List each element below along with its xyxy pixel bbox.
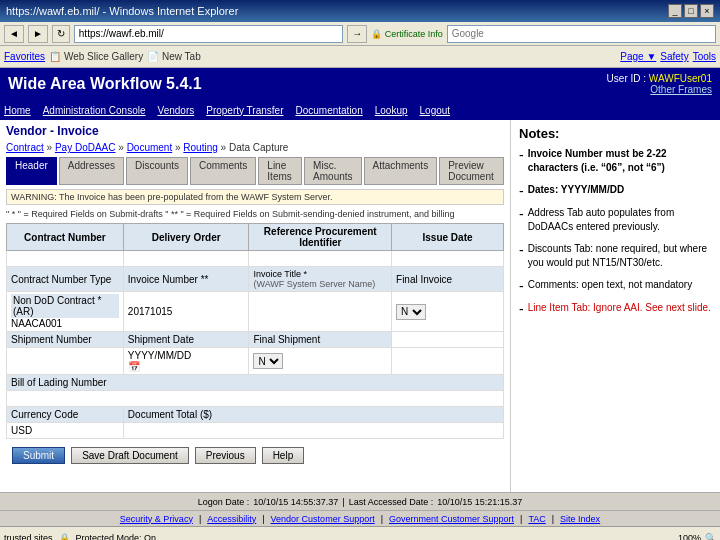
non-dod-value: NAACA001 (11, 318, 62, 329)
breadcrumb: Contract » Pay DoDAAC » Document » Routi… (6, 142, 504, 153)
go-button[interactable]: → (347, 25, 367, 43)
input-contract-number[interactable] (11, 253, 119, 264)
breadcrumb-document[interactable]: Document (127, 142, 173, 153)
table-row-contract (7, 251, 504, 267)
waw-title: Wide Area Workflow 5.4.1 (8, 75, 202, 93)
maximize-button[interactable]: □ (684, 4, 698, 18)
nav-logout[interactable]: Logout (420, 105, 451, 116)
input-invoice-number[interactable] (128, 306, 245, 317)
sep4: | (520, 514, 522, 524)
submit-button[interactable]: Submit (12, 447, 65, 464)
input-invoice-title[interactable] (253, 306, 387, 317)
footer-gov-support[interactable]: Government Customer Support (389, 514, 514, 524)
breadcrumb-paydodaac[interactable]: Pay DoDAAC (55, 142, 116, 153)
cell-invoice-title (249, 292, 392, 332)
table-row-labels: Contract Number Type Invoice Number ** I… (7, 267, 504, 292)
breadcrumb-contract[interactable]: Contract (6, 142, 44, 153)
col-issue-date: Issue Date (392, 224, 504, 251)
safety-menu[interactable]: Safety (660, 51, 688, 62)
tab-discounts[interactable]: Discounts (126, 157, 188, 185)
nav-property[interactable]: Property Transfer (206, 105, 283, 116)
cell-document-total (123, 423, 503, 439)
footer-security[interactable]: Security & Privacy (120, 514, 193, 524)
nav-vendors[interactable]: Vendors (158, 105, 195, 116)
list-item: - Invoice Number must be 2-22 characters… (519, 147, 712, 175)
save-draft-button[interactable]: Save Draft Document (71, 447, 189, 464)
label-contract-number-type: Contract Number Type (7, 267, 124, 292)
window-controls[interactable]: _ □ × (668, 4, 714, 18)
cell-delivery-order (123, 251, 249, 267)
tab-preview[interactable]: Preview Document (439, 157, 504, 185)
warning-message: WARNING: The Invoice has been pre-popula… (6, 189, 504, 205)
input-bill-of-lading[interactable] (11, 393, 499, 404)
tab-lineitems[interactable]: Line Items (258, 157, 302, 185)
close-button[interactable]: × (700, 4, 714, 18)
nav-home[interactable]: Home (4, 105, 31, 116)
list-item: - Line Item Tab: Ignore AAI. See next sl… (519, 301, 712, 316)
footer-accessibility[interactable]: Accessibility (207, 514, 256, 524)
minimize-button[interactable]: _ (668, 4, 682, 18)
forward-button[interactable]: ► (28, 25, 48, 43)
non-dod-label: Non DoD Contract *(AR) (11, 294, 119, 318)
footer-tac[interactable]: TAC (528, 514, 545, 524)
left-content: Vendor - Invoice Contract » Pay DoDAAC »… (0, 120, 510, 492)
notes-title: Notes: (519, 126, 712, 141)
web-slice-label: 📋 Web Slice Gallery (49, 51, 143, 62)
certificate-info: 🔒 Certificate Info (371, 29, 443, 39)
nav-lookup[interactable]: Lookup (375, 105, 408, 116)
browser-title-bar: https://wawf.eb.mil/ - Windows Internet … (0, 0, 720, 22)
input-issue-date[interactable] (396, 253, 499, 264)
breadcrumb-datacapture: Data Capture (229, 142, 288, 153)
help-button[interactable]: Help (262, 447, 305, 464)
other-frames-link[interactable]: Other Frames (650, 84, 712, 95)
select-final-shipment[interactable]: N Y (253, 353, 283, 369)
note-text-1: Invoice Number must be 2-22 characters (… (528, 147, 712, 175)
favorites-button[interactable]: Favorites (4, 51, 45, 62)
tab-attachments[interactable]: Attachments (364, 157, 438, 185)
search-input[interactable] (447, 25, 716, 43)
table-row-bol (7, 391, 504, 407)
input-shipment-number[interactable] (11, 356, 119, 367)
calendar-icon[interactable]: 📅 (128, 361, 140, 372)
list-item: - Address Tab auto populates from DoDAAC… (519, 206, 712, 234)
select-final-invoice[interactable]: N Y (396, 304, 426, 320)
input-delivery-order[interactable] (128, 253, 245, 264)
input-ref-proc-id[interactable] (253, 253, 387, 264)
table-row-shipment: 📅 N Y (7, 348, 504, 375)
tab-header[interactable]: Header (6, 157, 57, 185)
col-delivery-order: Delivery Order (123, 224, 249, 251)
col-ref-proc-id: Reference Procurement Identifier (249, 224, 392, 251)
label-final-shipment: Final Shipment (249, 332, 392, 348)
breadcrumb-routing[interactable]: Routing (183, 142, 217, 153)
zoom-icon: 🔍 (705, 533, 716, 541)
refresh-button[interactable]: ↻ (52, 25, 70, 43)
page-menu[interactable]: Page ▼ (620, 51, 656, 62)
nav-documentation[interactable]: Documentation (295, 105, 362, 116)
list-item: - Dates: YYYY/MM/DD (519, 183, 712, 198)
input-shipment-date[interactable] (128, 350, 245, 361)
back-button[interactable]: ◄ (4, 25, 24, 43)
list-item: - Discounts Tab: none required, but wher… (519, 242, 712, 270)
tab-comments[interactable]: Comments (190, 157, 256, 185)
page-content: Wide Area Workflow 5.4.1 User ID : WAWFU… (0, 68, 720, 492)
address-input[interactable] (74, 25, 343, 43)
footer-site-index[interactable]: Site Index (560, 514, 600, 524)
label-document-total: Document Total ($) (123, 407, 503, 423)
nav-admin[interactable]: Administration Console (43, 105, 146, 116)
notes-panel: Notes: - Invoice Number must be 2-22 cha… (510, 120, 720, 492)
new-tab-label: 📄 New Tab (147, 51, 201, 62)
cell-bill-of-lading (7, 391, 504, 407)
main-body: Vendor - Invoice Contract » Pay DoDAAC »… (0, 120, 720, 492)
toolbar: Favorites 📋 Web Slice Gallery 📄 New Tab … (0, 46, 720, 68)
form-table: Contract Number Delivery Order Reference… (6, 223, 504, 439)
input-document-total[interactable] (128, 425, 499, 436)
label-invoice-number: Invoice Number ** (123, 267, 249, 292)
tab-misc[interactable]: Misc. Amounts (304, 157, 361, 185)
table-row-currency-labels: Currency Code Document Total ($) (7, 407, 504, 423)
cell-currency: USD (7, 423, 124, 439)
tools-menu[interactable]: Tools (693, 51, 716, 62)
note-text-6: Line Item Tab: Ignore AAI. See next slid… (528, 301, 711, 316)
tab-addresses[interactable]: Addresses (59, 157, 124, 185)
footer-vendor-support[interactable]: Vendor Customer Support (271, 514, 375, 524)
previous-button[interactable]: Previous (195, 447, 256, 464)
